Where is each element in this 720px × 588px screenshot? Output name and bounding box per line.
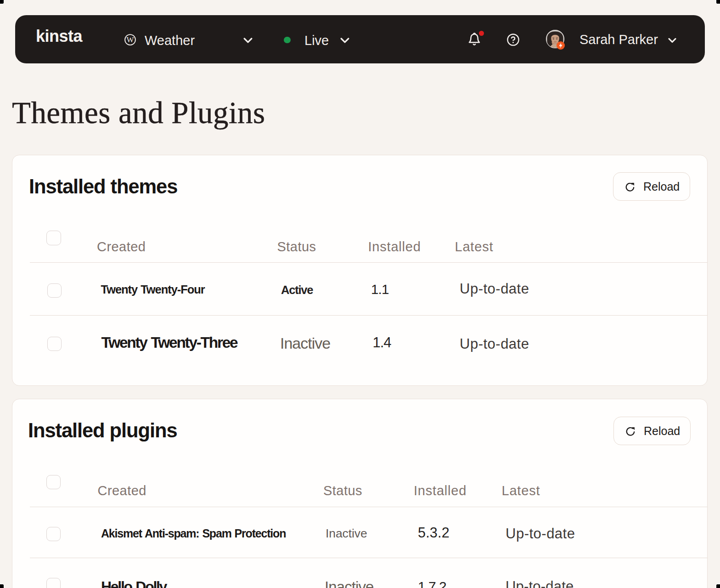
svg-text:W: W	[126, 35, 134, 44]
